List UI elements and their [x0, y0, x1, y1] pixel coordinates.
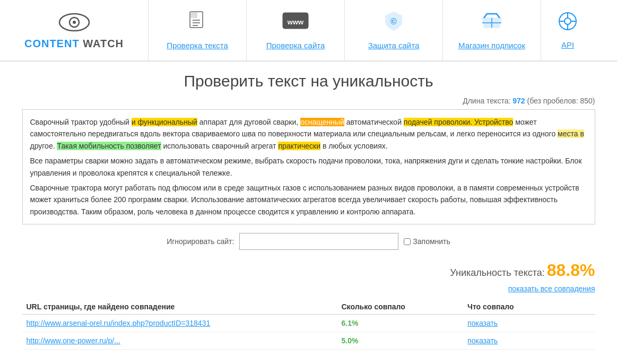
col-header-url: URL страницы, где найдено совпадение [22, 299, 337, 315]
text-nospace-label: (без пробелов: 850) [527, 97, 595, 105]
text-nospace-num: 850 [580, 97, 592, 105]
page-title: Проверить текст на уникальность [22, 72, 595, 90]
col-header-match: Сколько совпало [337, 299, 464, 315]
svg-point-14 [564, 18, 571, 24]
nav-api[interactable]: API [541, 0, 594, 60]
ignore-site-input[interactable] [239, 233, 398, 250]
ignore-site-row: Игнорировать сайт: Запомнить [22, 233, 595, 250]
header: CONTENT WATCH Проверка текста www Провер… [0, 0, 617, 62]
nav-api-label: API [561, 40, 574, 49]
logo-content: CONTENT [24, 38, 80, 49]
svg-point-2 [73, 21, 76, 24]
nav-protect-site-label: Защита сайта [368, 41, 420, 50]
highlight-6: практически [278, 142, 320, 150]
logo-text: CONTENT WATCH [24, 38, 124, 50]
match-pct: 5.0% [337, 332, 464, 350]
text-length-label: Длина текста: [463, 97, 510, 105]
svg-text:©: © [390, 17, 397, 26]
nav-protect-site[interactable]: © Защита сайта [345, 0, 443, 60]
uniqueness-label: Уникальность текста: [450, 267, 545, 278]
table-row: http://www.one-power.ru/p/...5.0%показат… [22, 332, 595, 350]
match-pct: 6.1% [337, 315, 464, 332]
ignore-site-label: Игнорировать сайт: [167, 237, 234, 246]
table-row: http://www.arsenal-orel.ru/index.php?pro… [22, 315, 595, 332]
www-icon: www [282, 11, 309, 37]
col-header-show: Что совпало [463, 299, 595, 315]
api-icon [557, 11, 578, 36]
highlight-3: подачей проволоки. Устройство [404, 118, 514, 126]
result-url-link[interactable]: http://www.arsenal-orel.ru/index.php?pro… [27, 319, 211, 327]
text-length-num: 972 [512, 97, 525, 105]
logo-area: CONTENT WATCH [0, 0, 149, 60]
nav-check-text-label: Проверка текста [167, 41, 228, 50]
shield-icon: © [384, 11, 404, 37]
svg-text:www: www [287, 18, 304, 26]
doc-icon [187, 11, 207, 37]
remember-checkbox[interactable] [404, 238, 411, 245]
basket-icon [481, 11, 503, 37]
highlight-2: оснащенный [300, 118, 344, 126]
result-url-link[interactable]: http://www.one-power.ru/p/... [27, 336, 120, 345]
nav-check-site-label: Проверка сайта [266, 41, 325, 50]
remember-label[interactable]: Запомнить [404, 237, 450, 246]
svg-rect-4 [190, 12, 197, 18]
logo-icon [58, 11, 90, 34]
highlight-1: и функциональный [132, 118, 197, 126]
logo-watch: WATCH [80, 38, 124, 49]
highlight-4: места в [558, 129, 584, 138]
uniqueness-value: 88.8% [547, 261, 595, 280]
text-length-info: Длина текста: 972 (без пробелов: 850) [22, 97, 595, 105]
main-content: Проверить текст на уникальность Длина те… [12, 62, 606, 364]
results-table: URL страницы, где найдено совпадение Ско… [22, 299, 595, 350]
nav-check-text[interactable]: Проверка текста [149, 0, 247, 60]
highlight-5: Такая мобильность позволяет [57, 142, 161, 150]
show-match-link[interactable]: показать [467, 336, 498, 345]
nav-shop-label: Магазин подписок [458, 41, 525, 50]
show-match-link[interactable]: показать [467, 319, 498, 327]
show-all-matches-link[interactable]: показать все совпадения [22, 284, 595, 293]
uniqueness-section: Уникальность текста: 88.8% [22, 261, 595, 280]
nav-check-site[interactable]: www Проверка сайта [247, 0, 345, 60]
text-content-box: Сварочный трактор удобный и функциональн… [22, 109, 595, 224]
nav-shop[interactable]: Магазин подписок [443, 0, 541, 60]
